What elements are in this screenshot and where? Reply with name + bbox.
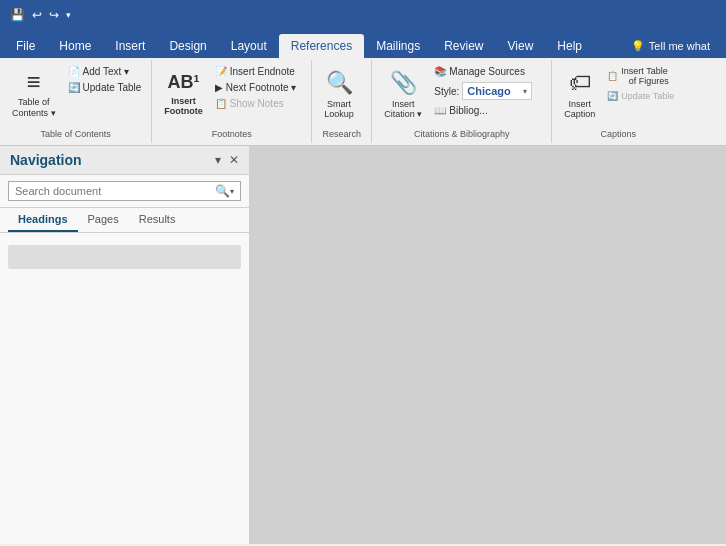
navigation-panel: Navigation ▾ ✕ 🔍 ▾ Headings Pages Result… xyxy=(0,146,250,544)
insert-table-figures-button[interactable]: 📋 Insert Table of Figures xyxy=(603,64,678,88)
tab-insert[interactable]: Insert xyxy=(103,34,157,58)
group-footnotes: AB¹ InsertFootnote 📝 Insert Endnote ▶ Ne… xyxy=(152,60,312,143)
ribbon: ≡ Table ofContents ▾ 📄 Add Text ▾ 🔄 Upda… xyxy=(0,58,726,146)
nav-tab-headings[interactable]: Headings xyxy=(8,208,78,232)
nav-controls: ▾ ✕ xyxy=(215,153,239,167)
nav-tabs: Headings Pages Results xyxy=(0,208,249,233)
nav-header: Navigation ▾ ✕ xyxy=(0,146,249,175)
group-captions: 🏷 InsertCaption 📋 Insert Table of Figure… xyxy=(552,60,684,143)
qat-dropdown-button[interactable]: ▾ xyxy=(64,8,73,22)
manage-sources-button[interactable]: 📚 Manage Sources xyxy=(430,64,536,79)
citations-small-buttons: 📚 Manage Sources Style: Chicago ▾ 📖 Bibl… xyxy=(430,64,536,118)
insert-caption-icon: 🏷 xyxy=(569,70,591,96)
insert-endnote-icon: 📝 xyxy=(215,66,227,77)
insert-caption-button[interactable]: 🏷 InsertCaption xyxy=(558,64,601,124)
document-area: APA Sixth Edition Chicago Sixteenth Edit… xyxy=(250,146,726,544)
nav-tab-pages[interactable]: Pages xyxy=(78,208,129,232)
tab-view[interactable]: View xyxy=(496,34,546,58)
tab-file[interactable]: File xyxy=(4,34,47,58)
add-text-button[interactable]: 📄 Add Text ▾ xyxy=(64,64,146,79)
quick-access-toolbar: 💾 ↩ ↪ ▾ xyxy=(8,6,73,24)
tab-review[interactable]: Review xyxy=(432,34,495,58)
style-combo-value: Chicago xyxy=(467,85,523,97)
research-group-label: Research xyxy=(312,127,371,141)
save-button[interactable]: 💾 xyxy=(8,6,27,24)
table-figures-icon: 📋 xyxy=(607,71,618,81)
update-table-icon: 🔄 xyxy=(68,82,80,93)
toc-small-buttons: 📄 Add Text ▾ 🔄 Update Table xyxy=(64,64,146,95)
group-research: 🔍 SmartLookup Research xyxy=(312,60,372,143)
nav-search-area: 🔍 ▾ xyxy=(0,175,249,208)
tell-me-button[interactable]: 💡 Tell me what xyxy=(619,34,722,58)
footnotes-group-label: Footnotes xyxy=(152,127,311,141)
update-table2-button[interactable]: 🔄 Update Table xyxy=(603,89,678,103)
insert-endnote-button[interactable]: 📝 Insert Endnote xyxy=(211,64,301,79)
undo-button[interactable]: ↩ xyxy=(30,6,44,24)
nav-content xyxy=(0,233,249,544)
bibliography-button[interactable]: 📖 Bibliog... xyxy=(430,103,536,118)
toc-icon: ≡ xyxy=(27,70,41,94)
group-citations: 📎 InsertCitation ▾ 📚 Manage Sources Styl… xyxy=(372,60,552,143)
style-selector[interactable]: Style: Chicago ▾ xyxy=(430,80,536,102)
update-table2-icon: 🔄 xyxy=(607,91,618,101)
smart-lookup-button[interactable]: 🔍 SmartLookup xyxy=(318,64,360,124)
style-combo[interactable]: Chicago ▾ xyxy=(462,82,532,100)
captions-small-buttons: 📋 Insert Table of Figures 🔄 Update Table xyxy=(603,64,678,103)
show-notes-icon: 📋 xyxy=(215,98,227,109)
group-table-of-contents: ≡ Table ofContents ▾ 📄 Add Text ▾ 🔄 Upda… xyxy=(0,60,152,143)
tab-mailings[interactable]: Mailings xyxy=(364,34,432,58)
footnotes-small-buttons: 📝 Insert Endnote ▶ Next Footnote ▾ 📋 Sho… xyxy=(211,64,301,111)
toc-group-label: Table of Contents xyxy=(0,127,151,141)
insert-footnote-icon: AB¹ xyxy=(168,72,200,93)
tab-help[interactable]: Help xyxy=(545,34,594,58)
bibliography-icon: 📖 xyxy=(434,105,446,116)
insert-footnote-button[interactable]: AB¹ InsertFootnote xyxy=(158,64,209,124)
citations-group-label: Citations & Bibliography xyxy=(372,127,551,141)
next-footnote-button[interactable]: ▶ Next Footnote ▾ xyxy=(211,80,301,95)
table-of-contents-button[interactable]: ≡ Table ofContents ▾ xyxy=(6,64,62,124)
nav-title: Navigation xyxy=(10,152,82,168)
nav-collapse-button[interactable]: ▾ xyxy=(215,153,221,167)
tab-layout[interactable]: Layout xyxy=(219,34,279,58)
tab-design[interactable]: Design xyxy=(157,34,218,58)
search-dropdown-arrow[interactable]: ▾ xyxy=(230,187,234,196)
search-box: 🔍 ▾ xyxy=(8,181,241,201)
add-text-icon: 📄 xyxy=(68,66,80,77)
nav-placeholder-item xyxy=(8,245,241,269)
smart-lookup-icon: 🔍 xyxy=(326,70,353,96)
redo-button[interactable]: ↪ xyxy=(47,6,61,24)
search-input[interactable] xyxy=(15,185,215,197)
tab-references[interactable]: References xyxy=(279,34,364,58)
nav-close-button[interactable]: ✕ xyxy=(229,153,239,167)
title-bar: 💾 ↩ ↪ ▾ xyxy=(0,0,726,30)
tab-home[interactable]: Home xyxy=(47,34,103,58)
next-footnote-icon: ▶ xyxy=(215,82,223,93)
main-area: Navigation ▾ ✕ 🔍 ▾ Headings Pages Result… xyxy=(0,146,726,544)
show-notes-button[interactable]: 📋 Show Notes xyxy=(211,96,301,111)
insert-citation-icon: 📎 xyxy=(390,70,417,96)
update-table-button[interactable]: 🔄 Update Table xyxy=(64,80,146,95)
nav-tab-results[interactable]: Results xyxy=(129,208,186,232)
manage-sources-icon: 📚 xyxy=(434,66,446,77)
style-combo-arrow: ▾ xyxy=(523,87,527,96)
insert-citation-button[interactable]: 📎 InsertCitation ▾ xyxy=(378,64,428,124)
captions-group-label: Captions xyxy=(552,127,684,141)
ribbon-tab-bar: File Home Insert Design Layout Reference… xyxy=(0,30,726,58)
search-icon: 🔍 xyxy=(215,184,230,198)
